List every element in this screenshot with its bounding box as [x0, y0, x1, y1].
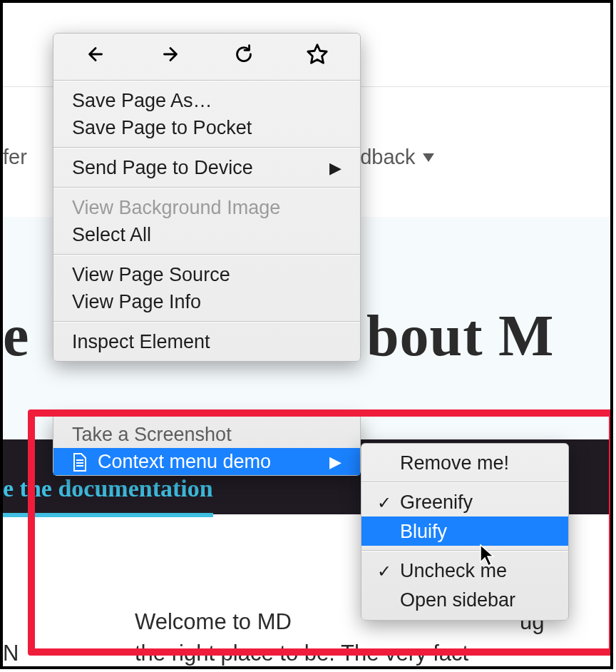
- arrow-left-icon: [84, 42, 108, 66]
- mouse-cursor-icon: [479, 544, 498, 568]
- checkmark-icon: ✓: [377, 493, 391, 513]
- nav-back-button[interactable]: [78, 42, 114, 70]
- menu-item-save-to-pocket[interactable]: Save Page to Pocket: [53, 114, 360, 141]
- nav-item-feedback[interactable]: edback: [349, 146, 434, 169]
- submenu-item-remove-me[interactable]: Remove me!: [361, 448, 568, 477]
- context-menu[interactable]: Save Page As… Save Page to Pocket Send P…: [53, 33, 361, 362]
- menu-item-context-menu-demo[interactable]: Context menu demo ▶: [53, 448, 360, 475]
- page-title-left-fragment: e: [3, 303, 29, 368]
- star-icon: [305, 42, 329, 66]
- page-title-right-fragment: bout M: [366, 302, 554, 370]
- submenu-item-uncheck-me[interactable]: ✓ Uncheck me: [361, 556, 568, 585]
- chevron-down-icon: [423, 153, 434, 162]
- menu-item-take-screenshot-truncated[interactable]: Take a Screenshot: [53, 417, 360, 448]
- body-text-line-2: the right place to be. The very fact: [135, 641, 468, 666]
- body-text-fragment-left: N: [3, 641, 19, 666]
- menu-item-label: Send Page to Device: [72, 157, 253, 179]
- submenu-item-greenify[interactable]: ✓ Greenify: [361, 487, 568, 516]
- reload-button[interactable]: [226, 42, 262, 70]
- menu-item-inspect-element[interactable]: Inspect Element: [53, 328, 360, 355]
- document-icon: [72, 453, 88, 472]
- menu-item-view-page-source[interactable]: View Page Source: [53, 261, 360, 288]
- page-title: e bout M: [3, 302, 29, 370]
- context-submenu[interactable]: Remove me! ✓ Greenify Bluify ✓ Uncheck m…: [361, 443, 569, 621]
- context-menu-extension-section[interactable]: Take a Screenshot Context menu demo ▶: [53, 417, 361, 476]
- submenu-item-label: Greenify: [400, 492, 473, 513]
- menu-item-save-page-as[interactable]: Save Page As…: [53, 87, 360, 114]
- checkmark-icon: ✓: [377, 561, 391, 581]
- submenu-item-label: Bluify: [400, 521, 447, 542]
- submenu-item-bluify[interactable]: Bluify: [361, 516, 568, 546]
- menu-item-view-background-image: View Background Image: [53, 194, 360, 221]
- tab-documentation[interactable]: e the documentation: [3, 475, 213, 517]
- reload-icon: [232, 42, 256, 66]
- submenu-arrow-icon: ▶: [329, 453, 342, 472]
- menu-item-view-page-info[interactable]: View Page Info: [53, 288, 360, 315]
- submenu-item-open-sidebar[interactable]: Open sidebar: [361, 585, 568, 614]
- submenu-arrow-icon: ▶: [329, 159, 342, 178]
- menu-item-select-all[interactable]: Select All: [53, 221, 360, 248]
- nav-item-left-fragment[interactable]: fer: [3, 146, 27, 169]
- bookmark-button[interactable]: [299, 42, 335, 70]
- nav-forward-button[interactable]: [152, 42, 188, 70]
- menu-item-send-to-device[interactable]: Send Page to Device ▶: [53, 154, 360, 181]
- arrow-right-icon: [158, 42, 182, 66]
- menu-item-label: Context menu demo: [98, 451, 271, 473]
